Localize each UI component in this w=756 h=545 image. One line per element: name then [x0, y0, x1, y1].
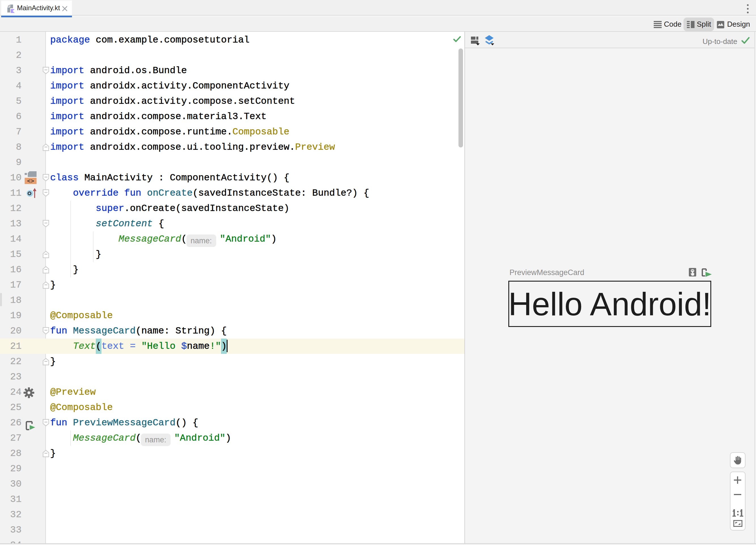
- svg-text:<>: <>: [27, 178, 34, 184]
